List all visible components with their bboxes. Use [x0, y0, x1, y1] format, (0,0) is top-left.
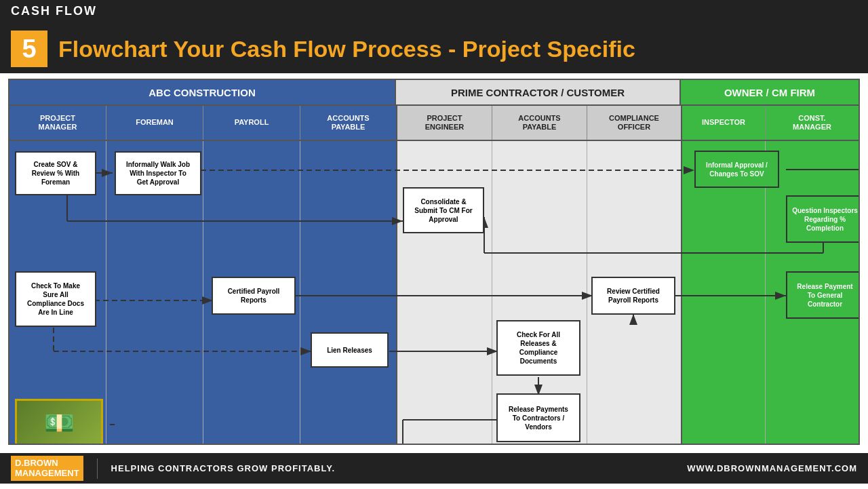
title-white: Flowchart Your Cash Flow Process — [58, 36, 442, 62]
title-text: Flowchart Your Cash Flow Process - Proje… — [58, 36, 635, 62]
col-foreman: FOREMAN — [106, 106, 203, 140]
section-headers: ABC CONSTRUCTION PRIME CONTRACTOR / CUST… — [9, 80, 859, 106]
footer-logo-line1: D.BROWN — [15, 458, 79, 468]
box-question-inspectors: Question InspectorsRegarding %Completion — [786, 195, 859, 243]
box-consolidate: Consolidate &Submit To CM ForApproval — [403, 187, 484, 233]
col-payroll: PAYROLL — [203, 106, 300, 140]
box-create-sov: Create SOV &Review % WithForeman — [15, 151, 96, 195]
col-ap1: ACCOUNTSPAYABLE — [300, 106, 397, 140]
box-informal-approval: Informal Approval /Changes To SOV — [694, 151, 779, 188]
section-abc: ABC CONSTRUCTION — [9, 80, 396, 104]
col-ap2: ACCOUNTSPAYABLE — [492, 106, 587, 140]
footer-divider — [97, 458, 98, 479]
money-image: 💵 — [15, 399, 103, 444]
box-check-releases: Check For AllReleases &ComplianceDocumen… — [496, 320, 580, 376]
footer: D.BROWN MANAGEMENT HELPING CONTRACTORS G… — [0, 453, 868, 484]
section-prime: PRIME CONTRACTOR / CUSTOMER — [396, 80, 681, 104]
top-bar: CASH FLOW — [0, 0, 868, 24]
box-certified-payroll: Certified PayrollReports — [212, 277, 296, 315]
footer-logo-line2: MANAGEMENT — [15, 469, 79, 478]
col-co: COMPLIANCEOFFICER — [587, 106, 682, 140]
main-content: ABC CONSTRUCTION PRIME CONTRACTOR / CUST… — [0, 73, 868, 453]
lane-pe — [397, 141, 492, 444]
col-insp: INSPECTOR — [682, 106, 766, 140]
title-number: 5 — [11, 31, 47, 67]
box-release-payments: Release PaymentsTo Contractors /Vendors — [496, 393, 580, 442]
section-owner: OWNER / CM FIRM — [681, 80, 859, 104]
flowchart-body: Create SOV &Review % WithForeman Informa… — [9, 141, 859, 444]
col-pm: PROJECTMANAGER — [9, 106, 106, 140]
title-orange: - Project Specific — [448, 36, 635, 62]
col-headers: PROJECTMANAGER FOREMAN PAYROLL ACCOUNTSP… — [9, 106, 859, 141]
box-lien-releases: Lien Releases — [311, 332, 389, 368]
box-check-compliance: Check To MakeSure AllCompliance DocsAre … — [15, 271, 96, 327]
box-informal-walk: Informally Walk JobWith Inspector ToGet … — [115, 151, 201, 195]
top-bar-label: CASH FLOW — [11, 4, 97, 18]
box-release-payment: Release PaymentTo GeneralContractor — [786, 271, 859, 319]
footer-tagline: HELPING CONTRACTORS GROW PROFITABLY. — [111, 463, 335, 473]
footer-url: WWW.DBROWNMANAGEMENT.COM — [687, 463, 857, 473]
col-cm: CONST.MANAGER — [766, 106, 859, 140]
col-pe: PROJECTENGINEER — [397, 106, 492, 140]
flowchart: ABC CONSTRUCTION PRIME CONTRACTOR / CUST… — [8, 79, 860, 445]
lane-ap1 — [300, 141, 397, 444]
box-review-certified: Review CertifiedPayroll Reports — [591, 277, 675, 315]
footer-logo: D.BROWN MANAGEMENT — [11, 456, 83, 481]
title-bar: 5 Flowchart Your Cash Flow Process - Pro… — [0, 24, 868, 73]
footer-logo-icon: D.BROWN MANAGEMENT — [11, 456, 83, 481]
